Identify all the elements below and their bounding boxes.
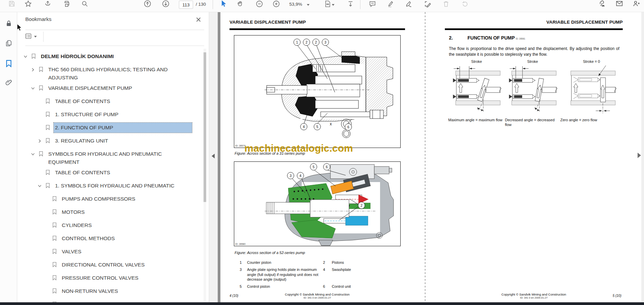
bookmark-icon [52,261,60,269]
port-x-label: x [330,122,332,126]
chevron-down-icon[interactable] [37,182,45,189]
page-fit-caret[interactable] [332,4,334,6]
bookmarks-tree: DELME HİDROLİK DONANIMITHC 560 DRILLING … [17,50,204,305]
bookmark-item[interactable]: TABLE OF CONTENTS [17,95,204,108]
bookmark-options-button[interactable] [25,32,37,40]
balloon-label: 5 [313,165,315,169]
chevron-spacer [44,300,52,302]
zoom-in-icon[interactable] [272,0,280,8]
zoom-out-icon[interactable] [255,0,264,8]
bookmark-item[interactable]: NON-RETURN VALVES [17,285,204,298]
bookmark-item[interactable]: 2. FUNCTION OF PUMP [17,121,204,134]
bookmark-item-label: THC 560 DRILLING HYDRAULICS; TESTING AND… [47,66,192,82]
zoom-dropdown-caret[interactable] [307,4,310,6]
zoom-level-value[interactable]: 53,9% [289,2,302,7]
bookmark-item[interactable]: DELME HİDROLİK DONANIMI [17,50,204,63]
pdf-page-right: VARIABLE DISPLACEMENT PUMP 2. FUNCTION O… [445,16,623,302]
right-edge-strip [641,12,644,305]
email-icon[interactable] [615,0,624,8]
bookmark-item[interactable]: DIRECTIONAL CONTROL VALVES [17,258,204,272]
bookmark-item[interactable]: 1. SYMBOLS FOR HYDRAULIC AND PNEUMATIC [17,179,204,193]
collapse-panel-arrow-icon[interactable] [212,154,215,158]
print-icon[interactable] [62,0,71,8]
diagram-caption: Decreased angle = decreased flow [505,118,560,127]
page-header: VARIABLE DISPLACEMENT PUMP [546,20,623,25]
bookmark-item[interactable]: VARIABLE DISPLACEMENT PUMP [17,82,204,95]
highlight-icon[interactable] [386,0,395,8]
stroke-diagrams: Stroke [448,59,623,127]
bookmark-item[interactable]: MOTORS [17,206,204,219]
select-tool-icon[interactable] [219,0,228,8]
chevron-down-icon[interactable] [31,150,38,158]
bookmark-item[interactable]: PRESSURE CONTROL VALVES [17,272,204,285]
page-number-footer: 5 (10) [613,294,621,298]
watermark: machinecatalogic.com [244,143,353,154]
scroll-mode-icon[interactable] [346,0,355,8]
chevron-spacer [44,195,52,197]
bookmark-icon [52,221,60,230]
rotate-icon[interactable] [460,0,469,8]
bookmark-item[interactable]: PUMPS AND COMPRESSORS [17,193,204,206]
bookmark-item[interactable]: 1. STRUCTURE OF PUMP [17,108,204,121]
part-number: 1 [240,260,247,265]
chevron-down-icon[interactable] [23,52,31,60]
comment-icon[interactable] [368,0,377,8]
previous-page-icon[interactable] [143,0,152,8]
delete-icon[interactable] [441,0,450,8]
panel-divider [25,46,204,46]
page-thumbnails-icon[interactable] [0,36,17,50]
bookmark-icon [31,52,39,61]
bookmark-item[interactable]: TABLE OF CONTENTS [17,166,204,179]
contact-icon[interactable] [632,0,641,8]
star-icon[interactable] [24,0,32,8]
section-title: FUNCTION OF PUMP [467,35,515,41]
bookmarks-panel-icon[interactable] [0,57,17,70]
page-fit-icon[interactable] [323,0,332,8]
figure-id-label: ID: 28580 [235,243,245,245]
chevron-right-icon[interactable] [31,66,38,73]
section-heading: 2. FUNCTION OF PUMP ID: 28581 [449,35,525,41]
hand-tool-icon[interactable] [236,0,245,8]
save-icon[interactable] [7,0,16,8]
footer-copyright-block: Copyright © Sandvik Mining and Construct… [445,293,623,299]
bookmark-item[interactable]: SYMBOLS FOR HYDRAULIC AND PNEUMATIC EQUI… [17,148,204,166]
chevron-down-icon[interactable] [31,84,38,92]
bookmark-item[interactable]: 3. REGULATING UNIT [17,134,204,148]
parts-list: 1 Counter piston 2 Pistons 3 Angle plate… [240,260,389,289]
fill-sign-icon[interactable] [423,0,432,8]
document-area: VARIABLE DISPLACEMENT PUMP [220,12,644,305]
diagram-top-label: Stroke [448,59,505,66]
balloon-label: 4 [303,125,305,129]
toolbar-divider [213,0,213,9]
chevron-spacer [37,169,45,170]
bookmark-item[interactable]: CYLINDERS [17,219,204,232]
panel-scrollbar-thumb[interactable] [204,52,206,202]
bookmark-item-label: CYLINDERS [60,221,192,229]
section-number: 2. [449,35,467,41]
panel-divider [25,30,204,30]
page-number-input[interactable]: 113 [179,1,193,9]
chevron-right-icon[interactable] [37,137,45,145]
copyright-text: Copyright © Sandvik Mining and Construct… [230,293,405,296]
share-icon[interactable] [43,0,52,8]
close-icon[interactable] [194,16,203,24]
bookmark-item[interactable]: CONTROL METHODS [17,232,204,245]
bookmark-icon [45,137,54,145]
panel-title: Bookmarks [25,16,52,22]
protection-lock-icon[interactable] [0,17,17,30]
options-caret-icon[interactable] [34,36,37,37]
next-view-arrow-icon[interactable] [638,153,641,158]
search-icon[interactable] [80,0,89,8]
bookmark-icon [38,150,47,158]
attachments-icon[interactable] [0,76,17,89]
chevron-spacer [37,110,45,112]
bookmark-item[interactable]: THC 560 DRILLING HYDRAULICS; TESTING AND… [17,63,204,82]
share-link-icon[interactable] [597,0,606,8]
next-page-icon[interactable] [161,0,170,8]
diagram-top-label: Stroke = 0 [560,59,623,66]
header-rule [445,28,623,30]
sign-icon[interactable] [404,0,413,8]
bookmark-icon [45,124,54,132]
bookmark-item[interactable]: VALVES [17,245,204,258]
diagram-caption: Zero angle = zero flow [560,118,623,122]
